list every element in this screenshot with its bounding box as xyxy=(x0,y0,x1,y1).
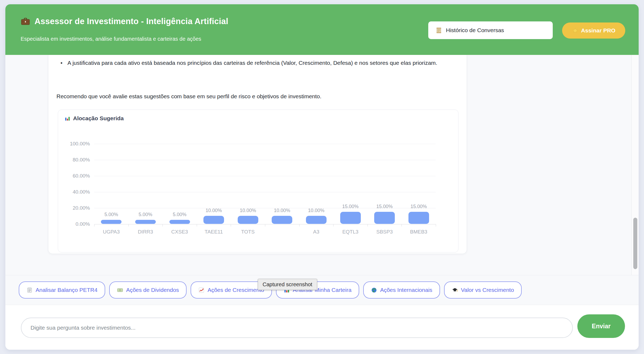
bar-value-label: 5.00% xyxy=(128,212,163,217)
bar-UGPA3[interactable] xyxy=(101,220,122,224)
bar-value-label: 15.00% xyxy=(333,204,368,209)
message-bullet-item: • A justificativa para cada ativo está b… xyxy=(60,58,453,68)
bar-value-label: 5.00% xyxy=(162,212,197,217)
grid-line xyxy=(94,160,436,160)
x-axis-tick xyxy=(265,224,265,227)
x-axis-category-label: TOTS xyxy=(231,229,265,235)
page-title: Assessor de Investimento - Inteligência … xyxy=(21,17,228,26)
bar-chart-icon xyxy=(65,115,70,121)
x-axis-category-label: EQTL3 xyxy=(333,229,368,235)
captured-screenshot-tooltip: Captured screenshot xyxy=(258,279,317,290)
star-icon xyxy=(572,27,578,34)
chip-acoes-internacionais[interactable]: Ações Internacionais xyxy=(363,281,440,299)
y-axis-tick-label: 20.00% xyxy=(58,205,90,211)
bar-SBSP3[interactable] xyxy=(374,212,395,224)
bar-BMEB3[interactable] xyxy=(408,212,429,224)
x-axis-tick xyxy=(299,224,300,227)
chat-scrollbar-thumb[interactable] xyxy=(633,218,637,269)
bar-hidden[interactable] xyxy=(272,216,292,224)
chip-label: Analisar Balanço PETR4 xyxy=(36,287,97,293)
suggestion-chips: Analisar Balanço PETR4 Ações de Dividend… xyxy=(5,275,639,305)
globe-icon xyxy=(371,287,377,293)
x-axis-category-label: CXSE3 xyxy=(162,229,197,235)
app: Assessor de Investimento - Inteligência … xyxy=(0,0,644,354)
composer: Enviar xyxy=(5,305,639,350)
bar-value-label: 5.00% xyxy=(94,212,128,217)
x-axis-tick xyxy=(436,224,436,227)
message-closing-text: Recomendo que você avalie estas sugestõe… xyxy=(56,93,321,100)
bar-value-label: 15.00% xyxy=(368,204,402,209)
x-axis-category-label: TAEE11 xyxy=(197,229,231,235)
bullet-marker: • xyxy=(60,58,67,68)
x-axis-tick xyxy=(94,224,94,227)
bar-A3[interactable] xyxy=(306,216,327,224)
chip-label: Ações de Dividendos xyxy=(126,287,179,293)
pro-button-label: Assinar PRO xyxy=(581,27,615,34)
app-subtitle: Especialista em investimentos, análise f… xyxy=(21,36,201,42)
chip-label: Ações de Crescimento xyxy=(207,287,264,293)
x-axis-category-label: DIRR3 xyxy=(128,229,163,235)
bar-value-label: 10.00% xyxy=(265,208,299,213)
bar-value-label: 10.00% xyxy=(299,208,334,213)
chart-plot: 100.00%80.00%60.00%40.00%20.00%0.00%5.00… xyxy=(94,144,436,224)
x-axis-tick xyxy=(128,224,129,227)
grid-line xyxy=(94,176,436,176)
bar-TOTS[interactable] xyxy=(238,216,258,224)
x-axis-tick xyxy=(401,224,402,227)
chip-label: Ações Internacionais xyxy=(380,287,432,293)
bar-value-label: 10.00% xyxy=(197,208,231,213)
chart-card: Alocação Sugerida 100.00%80.00%60.00%40.… xyxy=(58,110,459,253)
bar-value-label: 10.00% xyxy=(231,208,265,213)
briefcase-icon xyxy=(21,17,30,26)
x-axis-tick xyxy=(368,224,368,227)
chat-window: Assessor de Investimento - Inteligência … xyxy=(5,4,639,350)
x-axis-tick xyxy=(197,224,197,227)
x-axis-tick xyxy=(333,224,334,227)
bar-TAEE11[interactable] xyxy=(203,216,224,224)
chip-analisar-balanco-petr4[interactable]: Analisar Balanço PETR4 xyxy=(19,281,105,299)
y-axis-tick-label: 0.00% xyxy=(58,221,90,227)
header: Assessor de Investimento - Inteligência … xyxy=(5,4,639,55)
grid-line xyxy=(94,144,436,144)
subscribe-pro-button[interactable]: Assinar PRO xyxy=(562,22,625,39)
chat-scrollbar-track[interactable] xyxy=(631,55,639,275)
bar-CXSE3[interactable] xyxy=(169,220,190,224)
scroll-icon xyxy=(435,27,442,34)
bar-EQTL3[interactable] xyxy=(340,212,361,224)
assistant-message: • A justificativa para cada ativo está b… xyxy=(48,55,467,254)
x-axis-tick xyxy=(231,224,231,227)
bar-DIRR3[interactable] xyxy=(135,220,156,224)
chat-scroll-area[interactable]: • A justificativa para cada ativo está b… xyxy=(5,55,631,275)
x-axis-tick xyxy=(162,224,163,227)
banknote-icon xyxy=(117,287,123,293)
bullet-text: A justificativa para cada ativo está bas… xyxy=(67,58,437,68)
app-title-text: Assessor de Investimento - Inteligência … xyxy=(35,17,228,26)
bar-value-label: 15.00% xyxy=(401,204,436,209)
chip-acoes-de-dividendos[interactable]: Ações de Dividendos xyxy=(109,281,187,299)
grid-line xyxy=(94,192,436,192)
chart-title: Alocação Sugerida xyxy=(65,115,124,122)
y-axis-tick-label: 60.00% xyxy=(58,173,90,179)
chart-title-text: Alocação Sugerida xyxy=(73,115,124,122)
history-button[interactable]: Histórico de Conversas xyxy=(428,21,553,39)
chart-up-icon xyxy=(198,287,204,293)
message-input[interactable] xyxy=(21,318,573,338)
y-axis-tick-label: 40.00% xyxy=(58,189,90,195)
x-axis-category-label: UGPA3 xyxy=(94,229,128,235)
send-button[interactable]: Enviar xyxy=(577,314,625,338)
chip-valor-vs-crescimento[interactable]: Valor vs Crescimento xyxy=(444,281,522,299)
graduation-cap-icon xyxy=(452,287,458,293)
chip-label: Valor vs Crescimento xyxy=(461,287,514,293)
history-button-label: Histórico de Conversas xyxy=(446,27,504,33)
y-axis-tick-label: 100.00% xyxy=(58,141,90,147)
x-axis-category-label: A3 xyxy=(299,229,334,235)
x-axis-category-label: BMEB3 xyxy=(401,229,436,235)
notepad-icon xyxy=(26,287,33,293)
x-axis-category-label: SBSP3 xyxy=(368,229,402,235)
y-axis-tick-label: 80.00% xyxy=(58,157,90,163)
